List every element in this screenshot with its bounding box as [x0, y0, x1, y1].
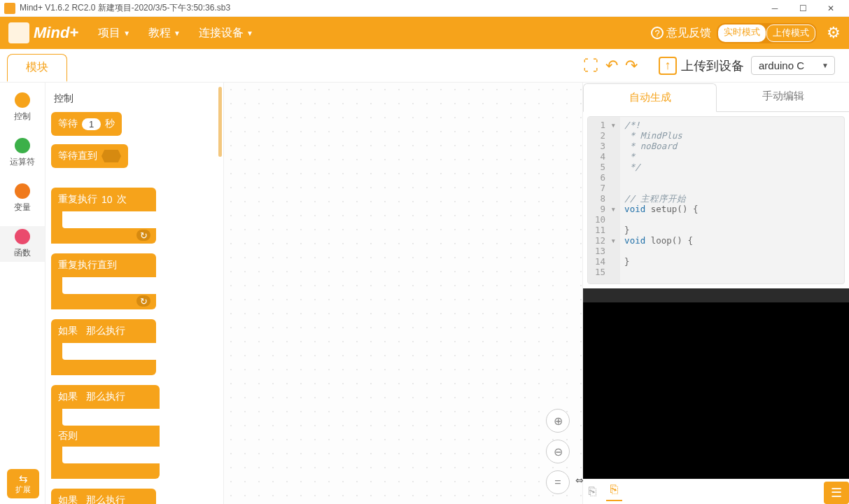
zoom-in-button[interactable]: ⊕ — [546, 409, 570, 433]
extensions-button[interactable]: ⇆ 扩展 — [7, 469, 39, 498]
category-label: 运算符 — [10, 156, 35, 168]
loop-arrow-icon: ↻ — [136, 295, 150, 307]
category-dot-icon — [15, 183, 30, 199]
upload-label: 上传到设备 — [681, 57, 744, 74]
settings-button[interactable]: ⚙ — [827, 24, 841, 42]
extensions-label: 扩展 — [15, 484, 31, 495]
block-repeat-until[interactable]: 重复执行直到 ↻ — [51, 253, 156, 309]
window-close-button[interactable]: ✕ — [817, 0, 845, 17]
main-area: 控制 运算符 变量 函数 控制 等待 1 秒 等待直到 — [0, 83, 849, 504]
category-label: 函数 — [14, 247, 31, 259]
category-variables[interactable]: 变量 — [0, 181, 45, 216]
palette-heading: 控制 — [54, 92, 218, 105]
block-palette: 控制 等待 1 秒 等待直到 重复执行 10 次 ↻ 重复执行直到 — [45, 83, 224, 504]
category-functions[interactable]: 函数 — [0, 226, 45, 262]
logo-icon — [8, 22, 29, 43]
chevron-down-icon: ▼ — [246, 29, 253, 37]
terminal-output[interactable] — [583, 302, 849, 479]
window-maximize-button[interactable]: ☐ — [789, 0, 817, 17]
undo-button[interactable]: ↶ — [605, 57, 618, 75]
block-text: 如果 — [58, 494, 78, 504]
feedback-button[interactable]: ? 意见反馈 — [651, 26, 711, 41]
block-text: 等待直到 — [58, 150, 97, 162]
language-select[interactable]: arduino C — [751, 56, 835, 75]
block-text: 重复执行直到 — [58, 259, 117, 272]
menu-toggle-button[interactable]: ☰ — [824, 482, 849, 504]
category-control[interactable]: 控制 — [0, 90, 45, 125]
editor-content: /*! * MindPlus * noBoard * */ // 主程序开始 v… — [620, 117, 702, 284]
tab-manual-edit[interactable]: 手动编辑 — [717, 83, 849, 111]
usb-active-icon[interactable]: ⎘ — [606, 482, 622, 501]
boolean-slot[interactable] — [101, 150, 121, 162]
block-text: 如果 — [58, 391, 78, 403]
bottom-dock: ⎘ ⎘ ⬇ ☰ — [583, 479, 849, 504]
block-if-then-2[interactable]: 如果 那么执行 — [51, 489, 156, 504]
logo-text: Mind+ — [34, 24, 78, 42]
app-header: Mind+ 项目 ▼ 教程 ▼ 连接设备 ▼ ? 意见反馈 实时模式 上传模式 … — [0, 17, 849, 49]
block-if-then[interactable]: 如果 那么执行 — [51, 319, 156, 375]
block-text: 那么执行 — [86, 325, 125, 337]
block-wait-seconds[interactable]: 等待 1 秒 — [51, 112, 122, 136]
category-label: 控制 — [14, 111, 31, 122]
block-text: 等待 — [58, 118, 78, 130]
menu-tutorial-label: 教程 — [148, 26, 171, 41]
zoom-out-button[interactable]: ⊖ — [546, 440, 570, 463]
category-dot-icon — [15, 138, 30, 153]
loop-arrow-icon: ↻ — [136, 230, 150, 241]
number-input[interactable]: 10 — [101, 194, 113, 205]
block-text: 否则 — [58, 430, 78, 442]
category-column: 控制 运算符 变量 函数 — [0, 83, 45, 504]
language-select-value: arduino C — [759, 59, 804, 71]
realtime-mode-button[interactable]: 实时模式 — [718, 24, 766, 42]
block-if-then-else[interactable]: 如果 那么执行 否则 — [51, 385, 160, 479]
block-text: 那么执行 — [86, 391, 125, 403]
recenter-button[interactable]: = — [546, 470, 570, 494]
upload-mode-button[interactable]: 上传模式 — [766, 24, 815, 42]
menu-connect-device[interactable]: 连接设备 ▼ — [193, 23, 259, 43]
block-wait-until[interactable]: 等待直到 — [51, 144, 128, 168]
category-dot-icon — [15, 92, 30, 108]
code-editor[interactable]: 1 ▾ 2 3 4 5 6 7 8 9 ▾ 10 11 12 ▾ 13 14 1… — [587, 116, 845, 284]
tab-auto-generate[interactable]: 自动生成 — [583, 83, 717, 112]
palette-scrollbar[interactable] — [218, 87, 222, 157]
window-title: Mind+ V1.6.2 RC2.0 新建项目-2020/3/5-下午3:50:… — [20, 2, 230, 14]
block-workspace[interactable]: ⊕ ⊖ = — [224, 83, 583, 504]
terminal-tabbar[interactable] — [583, 288, 849, 302]
category-operators[interactable]: 运算符 — [0, 135, 45, 171]
number-input[interactable]: 1 — [82, 118, 101, 130]
crop-icon[interactable]: ⛶ — [583, 57, 598, 75]
question-icon: ? — [651, 27, 664, 39]
app-icon — [4, 3, 15, 14]
app-logo: Mind+ — [8, 22, 78, 43]
editor-gutter: 1 ▾ 2 3 4 5 6 7 8 9 ▾ 10 11 12 ▾ 13 14 1… — [588, 117, 620, 284]
extensions-icon: ⇆ — [19, 473, 28, 484]
mode-toggle: 实时模式 上传模式 — [717, 23, 817, 43]
chevron-down-icon: ▼ — [123, 29, 130, 37]
chevron-down-icon: ▼ — [174, 29, 181, 37]
menu-project-label: 项目 — [98, 26, 120, 41]
feedback-label: 意见反馈 — [666, 26, 711, 41]
category-label: 变量 — [14, 202, 31, 214]
window-titlebar: Mind+ V1.6.2 RC2.0 新建项目-2020/3/5-下午3:50:… — [0, 0, 849, 17]
redo-button[interactable]: ↷ — [625, 57, 638, 75]
block-text: 重复执行 — [58, 193, 97, 206]
tab-modules[interactable]: 模块 — [7, 54, 67, 82]
menu-tutorial[interactable]: 教程 ▼ — [143, 23, 186, 43]
usb-icon[interactable]: ⎘ — [589, 484, 596, 499]
upload-to-device-button[interactable]: ↑ 上传到设备 — [659, 57, 744, 75]
code-pane: 自动生成 手动编辑 1 ▾ 2 3 4 5 6 7 8 9 ▾ 10 11 12… — [583, 83, 849, 504]
sub-toolbar: 模块 ⛶ ↶ ↷ ↑ 上传到设备 arduino C — [0, 49, 849, 83]
menu-connect-label: 连接设备 — [199, 26, 244, 41]
block-text: 如果 — [58, 325, 78, 337]
block-text: 次 — [117, 193, 127, 206]
category-dot-icon — [15, 229, 30, 244]
block-text: 秒 — [105, 118, 115, 130]
window-minimize-button[interactable]: ─ — [761, 0, 789, 17]
block-repeat-n-times[interactable]: 重复执行 10 次 ↻ — [51, 188, 156, 244]
menu-project[interactable]: 项目 ▼ — [92, 23, 136, 43]
upload-icon: ↑ — [659, 57, 677, 75]
block-text: 那么执行 — [86, 494, 125, 504]
